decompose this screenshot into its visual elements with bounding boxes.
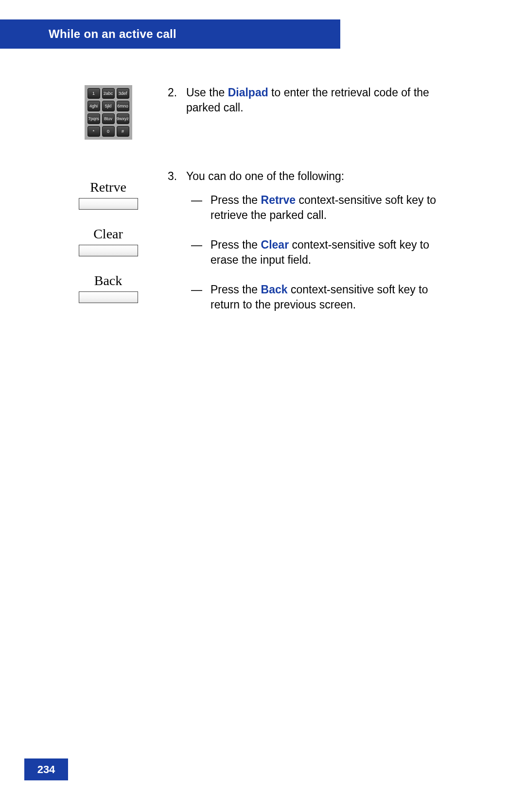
sub-item-retrve: — Press the Retrve context-sensitive sof…: [186, 193, 447, 223]
softkey-button[interactable]: [79, 291, 138, 303]
sub-item-back: — Press the Back context-sensitive soft …: [186, 282, 447, 312]
step-2-text: 2. Use the Dialpad to enter the retrieva…: [168, 85, 447, 115]
softkey-back: Back: [79, 273, 138, 303]
header-bar: While on an active call: [0, 19, 340, 49]
step-number: 2.: [168, 85, 186, 115]
dialpad-key: 4ghi: [88, 101, 100, 111]
dialpad-key: *: [88, 126, 100, 137]
term-clear: Clear: [261, 238, 289, 251]
dialpad-key: 2abc: [102, 88, 115, 99]
dash: —: [186, 237, 210, 268]
dialpad-key: 3def: [117, 88, 129, 99]
sub-body: Press the Back context-sensitive soft ke…: [210, 282, 447, 312]
softkey-clear: Clear: [79, 226, 138, 256]
softkey-button[interactable]: [79, 198, 138, 210]
softkey-label: Clear: [93, 226, 123, 242]
step-2-row: 1 2abc 3def 4ghi 5jkl 6mno 7pqrs 8tuv 9w…: [49, 85, 447, 140]
term-retrve: Retrve: [261, 194, 296, 206]
dialpad-icon: 1 2abc 3def 4ghi 5jkl 6mno 7pqrs 8tuv 9w…: [85, 85, 132, 140]
dialpad-key: 5jkl: [102, 101, 115, 111]
text: Press the: [210, 283, 261, 296]
text: Press the: [210, 194, 261, 206]
softkey-label: Retrve: [90, 180, 126, 195]
text: Use the: [186, 86, 228, 99]
step-body: You can do one of the following: — Press…: [186, 169, 447, 327]
softkey-retrve: Retrve: [79, 180, 138, 210]
step-body: Use the Dialpad to enter the retrieval c…: [186, 85, 447, 115]
softkey-label: Back: [94, 273, 122, 289]
dialpad-key: 6mno: [117, 101, 129, 111]
softkey-button[interactable]: [79, 245, 138, 256]
dialpad-key: 0: [102, 126, 115, 137]
dash: —: [186, 193, 210, 223]
dialpad-key: 1: [88, 88, 100, 99]
softkeys-column: Retrve Clear Back: [49, 180, 168, 320]
step-3-row: Retrve Clear Back 3. You can do one of t…: [49, 169, 447, 327]
sub-body: Press the Clear context-sensitive soft k…: [210, 237, 447, 268]
term-dialpad: Dialpad: [228, 86, 268, 99]
term-back: Back: [261, 283, 288, 296]
page-number: 234: [24, 758, 68, 780]
text: Press the: [210, 238, 261, 251]
step-number: 3.: [168, 169, 186, 327]
step-3-text: 3. You can do one of the following: — Pr…: [168, 169, 447, 327]
dialpad-key: 9wxyz: [117, 113, 129, 124]
dash: —: [186, 282, 210, 312]
sub-body: Press the Retrve context-sensitive soft …: [210, 193, 447, 223]
text: You can do one of the following:: [186, 170, 344, 182]
dialpad-column: 1 2abc 3def 4ghi 5jkl 6mno 7pqrs 8tuv 9w…: [49, 85, 168, 140]
dialpad-key: #: [117, 126, 129, 137]
dialpad-key: 7pqrs: [88, 113, 100, 124]
content: 1 2abc 3def 4ghi 5jkl 6mno 7pqrs 8tuv 9w…: [49, 85, 447, 356]
dialpad-key: 8tuv: [102, 113, 115, 124]
sub-item-clear: — Press the Clear context-sensitive soft…: [186, 237, 447, 268]
page-title: While on an active call: [49, 27, 176, 41]
